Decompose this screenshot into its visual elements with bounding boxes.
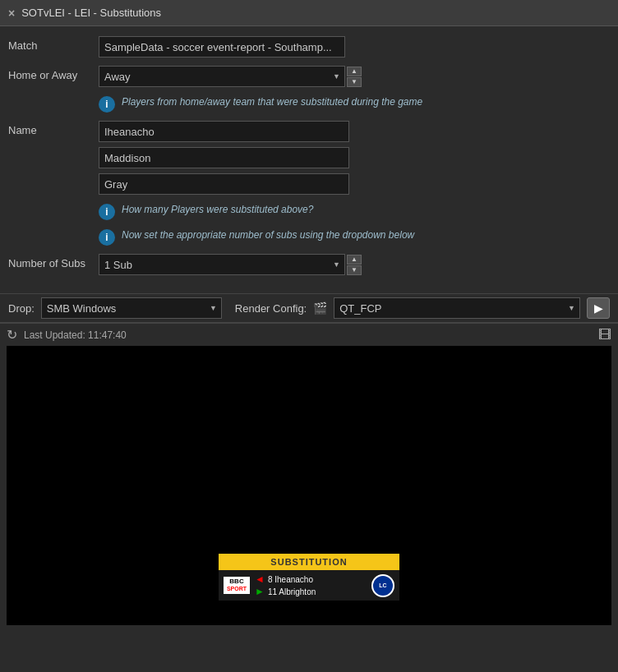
subs-select[interactable]: 1 Sub 2 Subs 3 Subs — [99, 254, 345, 275]
name-control — [99, 121, 610, 195]
info-text-2: How many Players were substituted above? — [122, 203, 313, 217]
info-text-1: Players from home/away team that were su… — [122, 95, 422, 109]
player-name-2: 11 Albrighton — [268, 587, 316, 596]
name-fields — [99, 121, 610, 195]
spinner-down[interactable]: ▼ — [347, 77, 362, 87]
name-input-3[interactable] — [99, 173, 349, 195]
arrow-out: ◄ — [255, 573, 265, 585]
refresh-icon[interactable]: ↻ — [7, 327, 17, 343]
sub-player-row-2: ► 11 Albrighton — [255, 586, 367, 597]
close-button[interactable]: × — [8, 7, 15, 20]
bbc-sport-logo: BBC SPORT — [224, 577, 250, 593]
film-icon: 🎬 — [313, 301, 327, 315]
subs-label: Number of Subs — [8, 254, 99, 269]
subs-wrapper: 1 Sub 2 Subs 3 Subs — [99, 254, 345, 275]
home-away-label: Home or Away — [8, 66, 99, 81]
name-input-1[interactable] — [99, 121, 349, 142]
info-icon-3: i — [99, 229, 115, 246]
status-bar: ↻ Last Updated: 11:47:40 🎞 — [0, 323, 618, 346]
sub-players: ◄ 8 Iheanacho ► 11 Albrighton — [255, 573, 367, 597]
sub-content: BBC SPORT ◄ 8 Iheanacho ► 11 Albrighton … — [219, 570, 399, 601]
player-name-1: 8 Iheanacho — [268, 575, 313, 584]
drop-label: Drop: — [8, 302, 35, 315]
status-left: ↻ Last Updated: 11:47:40 — [7, 327, 127, 343]
sub-title-bar: SUBSTITUTION — [219, 554, 399, 570]
match-input[interactable] — [99, 36, 345, 58]
home-away-control: Away Home ▲ ▼ — [99, 66, 610, 87]
sub-player-row-1: ◄ 8 Iheanacho — [255, 573, 367, 585]
name-row: Name — [8, 121, 610, 195]
match-control — [99, 36, 610, 58]
drop-select[interactable]: SMB Windows — [41, 297, 222, 319]
arrow-in: ► — [255, 586, 265, 597]
subs-spinner-up[interactable]: ▲ — [347, 255, 362, 265]
name-input-2[interactable] — [99, 147, 349, 168]
info-row-1: i Players from home/away team that were … — [99, 95, 610, 113]
form-area: Match Home or Away Away Home ▲ ▼ — [0, 26, 618, 293]
name-label: Name — [8, 121, 99, 136]
subs-spinner-down[interactable]: ▼ — [347, 265, 362, 275]
preview-area: SUBSTITUTION BBC SPORT ◄ 8 Iheanacho ► 1… — [7, 346, 611, 625]
subs-spinner: ▲ ▼ — [347, 255, 362, 275]
title-bar: × SOTvLEI - LEI - Substitutions — [0, 0, 618, 26]
info-icon-2: i — [99, 204, 115, 220]
info-row-2: i How many Players were substituted abov… — [99, 203, 610, 220]
leicester-badge: LC — [371, 574, 394, 597]
info-icon-1: i — [99, 96, 115, 113]
bottom-bar: Drop: SMB Windows Render Config: 🎬 QT_FC… — [0, 293, 618, 323]
drop-wrapper: SMB Windows — [41, 297, 222, 319]
last-updated: Last Updated: 11:47:40 — [24, 329, 127, 341]
go-button[interactable]: ▶ — [587, 297, 610, 319]
render-select[interactable]: QT_FCP — [334, 297, 580, 319]
match-row: Match — [8, 36, 610, 58]
window-title: SOTvLEI - LEI - Substitutions — [21, 7, 161, 19]
sub-graphic: SUBSTITUTION BBC SPORT ◄ 8 Iheanacho ► 1… — [219, 554, 399, 601]
film-strip-icon[interactable]: 🎞 — [598, 328, 611, 343]
render-label: Render Config: — [235, 302, 307, 315]
match-label: Match — [8, 36, 99, 52]
subs-row: Number of Subs 1 Sub 2 Subs 3 Subs ▲ ▼ — [8, 254, 610, 275]
home-away-wrapper: Away Home — [99, 66, 345, 87]
home-away-row: Home or Away Away Home ▲ ▼ — [8, 66, 610, 87]
info-row-3: i Now set the appropriate number of subs… — [99, 228, 610, 246]
home-away-spinner: ▲ ▼ — [347, 67, 362, 87]
subs-control: 1 Sub 2 Subs 3 Subs ▲ ▼ — [99, 254, 610, 275]
spinner-up[interactable]: ▲ — [347, 67, 362, 76]
home-away-select[interactable]: Away Home — [99, 66, 345, 87]
info-text-3: Now set the appropriate number of subs u… — [122, 228, 414, 242]
render-wrapper: QT_FCP — [334, 297, 580, 319]
